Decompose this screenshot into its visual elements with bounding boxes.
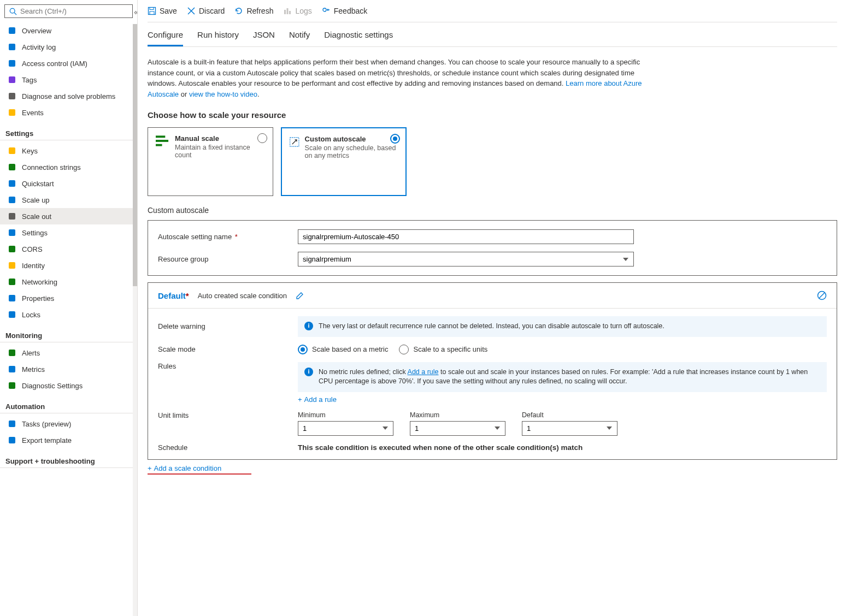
search-input[interactable]	[20, 7, 128, 15]
feedback-icon	[322, 7, 331, 15]
manual-scale-radio[interactable]	[257, 133, 267, 143]
sidebar-item-connection-strings[interactable]: Connection strings	[0, 159, 137, 175]
howto-video-link[interactable]: view the how-to video	[189, 90, 257, 98]
sidebar-item-activity-log[interactable]: Activity log	[0, 39, 137, 55]
sidebar-item-tasks-preview-[interactable]: Tasks (preview)	[0, 416, 137, 432]
add-rule-link[interactable]: + Add a rule	[298, 395, 337, 404]
tab-json[interactable]: JSON	[253, 30, 275, 46]
svg-line-38	[819, 293, 825, 298]
scale-units-radio[interactable]: Scale to a specific units	[399, 345, 487, 354]
tags-icon	[8, 75, 16, 84]
sidebar-item-label: Properties	[22, 294, 54, 303]
discard-button[interactable]: Discard	[187, 7, 225, 15]
sidebar-item-metrics[interactable]: Metrics	[0, 361, 137, 377]
sidebar-item-label: Networking	[22, 278, 57, 286]
sidebar-item-overview[interactable]: Overview	[0, 22, 137, 39]
sidebar-section-settings: Settings	[0, 124, 133, 140]
svg-rect-3	[9, 44, 15, 50]
refresh-icon	[234, 7, 243, 15]
svg-rect-6	[9, 93, 15, 99]
default-label: Default	[522, 411, 617, 419]
minimum-select[interactable]	[298, 421, 393, 436]
manual-scale-title: Manual scale	[175, 134, 265, 143]
tab-run-history[interactable]: Run history	[197, 30, 239, 46]
sidebar-item-diagnostic-settings[interactable]: Diagnostic Settings	[0, 377, 137, 394]
custom-autoscale-heading: Custom autoscale	[148, 206, 837, 215]
tab-configure[interactable]: Configure	[148, 30, 183, 46]
svg-rect-35	[156, 144, 162, 146]
autoscale-name-input[interactable]	[298, 229, 634, 244]
svg-rect-11	[9, 197, 15, 203]
sidebar-item-networking[interactable]: Networking	[0, 274, 137, 290]
discard-icon	[187, 7, 196, 15]
sidebar-item-access-control-iam-[interactable]: Access control (IAM)	[0, 55, 137, 72]
sidebar-scrollbar[interactable]	[133, 24, 137, 616]
resource-group-select[interactable]	[298, 252, 634, 266]
sidebar-item-properties[interactable]: Properties	[0, 290, 137, 306]
custom-autoscale-sub: Scale on any schedule, based on any metr…	[305, 144, 398, 159]
sidebar-item-tags[interactable]: Tags	[0, 72, 137, 88]
edit-condition-icon[interactable]	[296, 291, 304, 300]
sidebar-item-scale-out[interactable]: Scale out	[0, 208, 137, 224]
sidebar-item-locks[interactable]: Locks	[0, 306, 137, 323]
maximum-label: Maximum	[410, 411, 505, 419]
svg-rect-23	[9, 437, 15, 443]
sidebar-item-diagnose-and-solve-problems[interactable]: Diagnose and solve problems	[0, 88, 137, 104]
sidebar-item-cors[interactable]: CORS	[0, 241, 137, 257]
collapse-sidebar-icon[interactable]: «	[134, 8, 138, 16]
autoscale-settings-panel: Autoscale setting name * Resource group	[148, 220, 837, 276]
tabs: ConfigureRun historyJSONNotifyDiagnostic…	[148, 22, 837, 47]
scaleout-icon	[8, 212, 16, 221]
sidebar-item-identity[interactable]: Identity	[0, 257, 137, 274]
custom-autoscale-card[interactable]: Custom autoscale Scale on any schedule, …	[281, 127, 407, 196]
save-button[interactable]: Save	[148, 7, 177, 15]
refresh-button[interactable]: Refresh	[234, 7, 273, 15]
sidebar-item-alerts[interactable]: Alerts	[0, 345, 137, 361]
manual-scale-icon	[156, 134, 169, 146]
delete-condition-icon[interactable]	[817, 291, 827, 300]
custom-autoscale-radio[interactable]	[390, 134, 400, 144]
gear-icon	[8, 228, 16, 237]
sidebar-section-monitoring: Monitoring	[0, 326, 133, 342]
maximum-select[interactable]	[410, 421, 505, 436]
sidebar-item-label: Diagnostic Settings	[22, 382, 83, 390]
logs-button: Logs	[283, 7, 311, 15]
feedback-button[interactable]: Feedback	[322, 7, 367, 15]
manual-scale-card[interactable]: Manual scale Maintain a fixed instance c…	[148, 127, 273, 196]
svg-rect-13	[9, 229, 15, 236]
add-scale-condition-link[interactable]: + Add a scale condition	[148, 464, 251, 475]
sidebar-item-keys[interactable]: Keys	[0, 143, 137, 159]
svg-rect-33	[156, 135, 165, 138]
svg-rect-5	[9, 76, 15, 83]
discard-label: Discard	[199, 7, 225, 15]
scale-metric-radio[interactable]: Scale based on a metric	[298, 345, 388, 354]
svg-rect-20	[9, 366, 15, 372]
sidebar-item-label: Events	[22, 109, 44, 117]
plus-icon: +	[148, 464, 152, 472]
access-icon	[8, 59, 16, 68]
overview-icon	[8, 26, 16, 35]
svg-rect-14	[9, 246, 15, 252]
info-icon: i	[304, 322, 313, 330]
svg-rect-16	[9, 279, 15, 285]
search-box[interactable]	[4, 4, 133, 18]
svg-rect-10	[9, 180, 15, 187]
sidebar-item-label: CORS	[22, 245, 43, 253]
default-select[interactable]	[522, 421, 617, 436]
sidebar-item-label: Settings	[22, 229, 48, 237]
svg-point-32	[323, 8, 326, 11]
tasks-icon	[8, 419, 16, 428]
add-rule-inline-link[interactable]: Add a rule	[408, 368, 439, 376]
sidebar-item-scale-up[interactable]: Scale up	[0, 192, 137, 208]
tab-notify[interactable]: Notify	[289, 30, 310, 46]
sidebar-item-events[interactable]: Events	[0, 104, 137, 121]
tab-diagnostic-settings[interactable]: Diagnostic settings	[324, 30, 393, 46]
svg-rect-24	[149, 8, 156, 15]
export-icon	[8, 436, 16, 445]
sidebar-item-export-template[interactable]: Export template	[0, 432, 137, 448]
choose-scale-title: Choose how to scale your resource	[148, 110, 837, 120]
sidebar-item-settings[interactable]: Settings	[0, 224, 137, 241]
locks-icon	[8, 310, 16, 319]
sidebar-item-quickstart[interactable]: Quickstart	[0, 175, 137, 192]
rules-label: Rules	[158, 362, 298, 370]
